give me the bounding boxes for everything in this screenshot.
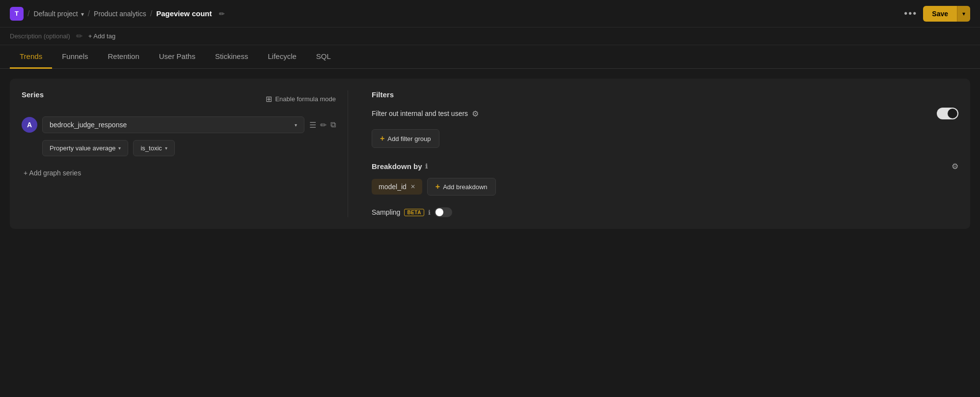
filter-internal-left: Filter out internal and test users ⚙ — [372, 109, 479, 118]
series-title: Series — [22, 90, 44, 99]
series-section: Series ⊞ Enable formula mode A bedrock_j… — [22, 90, 336, 217]
breakdown-header: Breakdown by ℹ ⚙ — [372, 162, 958, 171]
main-content: Series ⊞ Enable formula mode A bedrock_j… — [0, 69, 980, 239]
tab-retention[interactable]: Retention — [98, 45, 149, 69]
tab-sql[interactable]: SQL — [306, 45, 341, 69]
description-edit-icon[interactable]: ✏ — [76, 31, 82, 41]
filter-internal-toggle[interactable] — [937, 108, 958, 119]
breakdown-info-icon[interactable]: ℹ — [425, 163, 428, 170]
series-edit-icon[interactable]: ✏ — [320, 120, 327, 130]
breadcrumb-sep1: / — [27, 9, 29, 18]
panel-divider — [348, 90, 348, 217]
series-name-chevron: ▾ — [295, 122, 297, 128]
property-toxic-label: is_toxic — [140, 144, 162, 152]
more-options-button[interactable]: ••• — [904, 8, 917, 19]
breadcrumb-project[interactable]: Default project ▾ — [33, 10, 83, 18]
breadcrumb-sep2: / — [88, 9, 90, 18]
series-name-label: bedrock_judge_response — [50, 121, 127, 129]
filters-section: Filters Filter out internal and test use… — [360, 90, 958, 217]
breadcrumb: T / Default project ▾ / Product analytic… — [10, 7, 225, 21]
formula-mode-label: Enable formula mode — [275, 95, 336, 103]
property-avg-chevron: ▾ — [118, 145, 121, 151]
query-panel: Series ⊞ Enable formula mode A bedrock_j… — [10, 79, 970, 229]
breakdown-title-group: Breakdown by ℹ — [372, 162, 428, 170]
add-breakdown-label: Add breakdown — [443, 183, 487, 191]
breakdown-title-label: Breakdown by — [372, 162, 422, 170]
sampling-toggle[interactable] — [435, 207, 452, 217]
add-filter-plus-icon: + — [380, 134, 384, 143]
edit-title-icon[interactable]: ✏ — [219, 10, 225, 18]
subtoolbar: Description (optional) ✏ + Add tag — [0, 28, 980, 45]
sampling-info-icon[interactable]: ℹ — [428, 209, 431, 216]
tabs-row: Trends Funnels Retention User Paths Stic… — [0, 45, 980, 69]
series-row: A bedrock_judge_response ▾ ☰ ✏ ⧉ — [22, 116, 336, 133]
formula-icon: ⊞ — [266, 94, 272, 104]
property-avg-label: Property value average — [50, 144, 115, 152]
series-avatar: A — [22, 117, 37, 133]
breadcrumb-current-page: Pageview count — [156, 9, 212, 18]
breakdown-section: Breakdown by ℹ ⚙ model_id ✕ + Add breakd… — [372, 162, 958, 196]
save-dropdown-button[interactable]: ▾ — [957, 6, 970, 22]
tab-funnels[interactable]: Funnels — [52, 45, 98, 69]
filter-internal-label: Filter out internal and test users — [372, 110, 468, 117]
filter-internal-gear-icon[interactable]: ⚙ — [472, 109, 479, 118]
filter-internal-users-row: Filter out internal and test users ⚙ — [372, 108, 958, 119]
property-row: Property value average ▾ is_toxic ▾ — [42, 140, 336, 156]
breadcrumb-analytics[interactable]: Product analytics — [94, 10, 146, 18]
property-avg-dropdown[interactable]: Property value average ▾ — [42, 140, 128, 156]
formula-mode-button[interactable]: ⊞ Enable formula mode — [266, 94, 336, 104]
series-copy-icon[interactable]: ⧉ — [330, 120, 336, 129]
topbar-actions: ••• Save ▾ — [904, 6, 970, 22]
add-breakdown-button[interactable]: + Add breakdown — [427, 178, 496, 196]
project-dropdown-arrow[interactable]: ▾ — [81, 11, 84, 18]
series-name-dropdown[interactable]: bedrock_judge_response ▾ — [42, 116, 304, 133]
series-header: Series ⊞ Enable formula mode — [22, 90, 336, 108]
description-text: Description (optional) — [10, 32, 70, 40]
add-filter-label: Add filter group — [387, 135, 431, 142]
add-filter-group-button[interactable]: + Add filter group — [372, 129, 439, 148]
series-filter-icon[interactable]: ☰ — [309, 120, 316, 130]
save-button[interactable]: Save — [923, 6, 957, 22]
breadcrumb-sep3: / — [150, 9, 152, 18]
breakdown-row: model_id ✕ + Add breakdown — [372, 178, 958, 196]
property-toxic-chevron: ▾ — [165, 145, 167, 151]
sampling-row: Sampling BETA ℹ — [372, 207, 958, 217]
sampling-label: Sampling — [372, 208, 400, 216]
breakdown-gear-icon[interactable]: ⚙ — [952, 162, 958, 171]
topbar: T / Default project ▾ / Product analytic… — [0, 0, 980, 28]
tab-lifecycle[interactable]: Lifecycle — [258, 45, 306, 69]
add-tag-button[interactable]: + Add tag — [88, 32, 115, 40]
breakdown-remove-icon[interactable]: ✕ — [410, 183, 415, 190]
workspace-avatar: T — [10, 7, 24, 21]
sampling-beta-badge: BETA — [404, 209, 424, 216]
breakdown-tag-label: model_id — [379, 183, 407, 191]
property-toxic-dropdown[interactable]: is_toxic ▾ — [133, 140, 174, 156]
tab-user-paths[interactable]: User Paths — [149, 45, 205, 69]
tab-trends[interactable]: Trends — [10, 45, 52, 69]
breakdown-tag: model_id ✕ — [372, 179, 422, 195]
add-series-button[interactable]: + Add graph series — [24, 166, 81, 180]
series-actions: ☰ ✏ ⧉ — [309, 120, 336, 130]
add-breakdown-plus-icon: + — [436, 182, 440, 191]
filters-title: Filters — [372, 90, 958, 99]
save-button-group: Save ▾ — [923, 6, 970, 22]
tab-stickiness[interactable]: Stickiness — [205, 45, 258, 69]
